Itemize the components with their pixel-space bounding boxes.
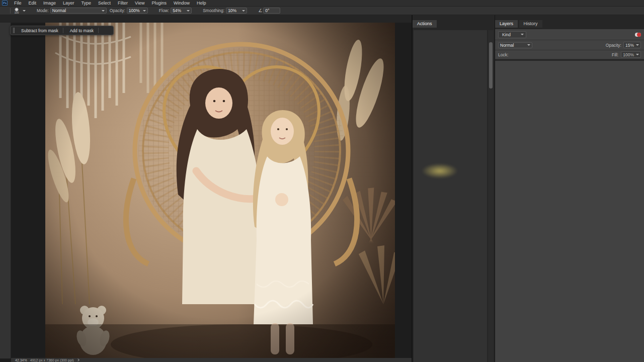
chevron-down-icon (521, 34, 524, 35)
smoothing-value: 10% (228, 8, 236, 13)
actions-panel: Actions (412, 15, 495, 362)
actions-scrollbar[interactable] (488, 30, 494, 362)
tools-panel (0, 23, 11, 358)
status-bar: 42.34% 4912 px x 7360 px (300 ppi) (11, 358, 412, 362)
airbrush-icon[interactable] (192, 7, 200, 15)
menu-plugins[interactable]: Plugins (148, 0, 170, 7)
canvas-photo (45, 23, 395, 358)
menu-bar: Ps FileEditImageLayerTypeSelectFilterVie… (0, 0, 644, 7)
opacity-value: 100% (129, 8, 140, 13)
flow-value: 54% (173, 8, 181, 13)
menu-layer[interactable]: Layer (59, 0, 78, 7)
drag-handle[interactable] (13, 28, 15, 33)
layer-fill-value[interactable]: 100% (621, 51, 641, 58)
layer-opacity-label: Opacity: (606, 43, 621, 48)
tab-actions[interactable]: Actions (413, 20, 437, 28)
fill-percent: 100% (623, 52, 634, 57)
menu-window[interactable]: Window (170, 0, 193, 7)
pressure-size-icon[interactable] (280, 7, 288, 15)
tab-layers[interactable]: Layers (495, 20, 518, 28)
chevron-down-icon (636, 54, 639, 55)
layer-blend-row: Normal Opacity: 15% (495, 40, 644, 50)
pressure-opacity-icon[interactable] (148, 7, 156, 15)
lock-label: Lock: (498, 52, 508, 57)
divider (63, 28, 63, 33)
home-icon[interactable] (0, 7, 8, 15)
photoshop-window: Ps FileEditImageLayerTypeSelectFilterVie… (0, 0, 644, 362)
menu-edit[interactable]: Edit (25, 0, 40, 7)
photoshop-logo-icon: Ps (2, 1, 8, 6)
menu-view[interactable]: View (131, 0, 148, 7)
contextual-task-bar: Subtract from mask Add to mask (10, 26, 114, 35)
layer-blend-mode-select[interactable]: Normal (498, 42, 532, 48)
menu-image[interactable]: Image (40, 0, 59, 7)
flow-label: Flow: (159, 8, 169, 13)
menu-type[interactable]: Type (78, 0, 95, 7)
chevron-down-icon (143, 10, 146, 12)
subtract-from-mask-label: Subtract from mask (21, 28, 58, 33)
angle-value: 0° (265, 8, 269, 13)
layer-blend-value: Normal (500, 43, 514, 48)
zoom-level[interactable]: 42.34% (15, 358, 27, 362)
opacity-select[interactable]: 100% (127, 8, 148, 14)
menu-select[interactable]: Select (95, 0, 114, 7)
brush-angle-icon: ∠ (258, 8, 262, 13)
menu-filter[interactable]: Filter (114, 0, 131, 7)
actions-list (414, 30, 487, 362)
menu-help[interactable]: Help (193, 0, 210, 7)
actions-panel-header: Actions (413, 15, 495, 29)
tab-history[interactable]: History (519, 20, 542, 28)
smoothing-select[interactable]: 10% (226, 8, 247, 14)
tool-options-bar: 100 Mode: Normal Opacity: 100% Flow: 54%… (0, 7, 644, 15)
layer-filter-row: Kind (495, 29, 644, 40)
mode-label: Mode: (37, 8, 49, 13)
filter-kind-select[interactable]: Kind (498, 31, 526, 38)
opacity-label: Opacity: (110, 8, 125, 13)
subtract-from-mask-button[interactable]: Subtract from mask (18, 28, 60, 33)
add-to-mask-button[interactable]: Add to mask (66, 28, 95, 33)
document-tab-bar (0, 15, 412, 23)
photo-illustration (45, 23, 395, 358)
layer-opacity-value[interactable]: 15% (623, 42, 641, 48)
chevron-down-icon (102, 10, 105, 12)
menu-file[interactable]: File (11, 0, 25, 7)
chevron-down-icon (527, 44, 530, 46)
kind-value: Kind (502, 32, 511, 37)
brush-preview-icon[interactable]: 100 (13, 8, 21, 14)
blend-mode-value: Normal (52, 8, 66, 13)
opacity-percent: 15% (625, 43, 634, 48)
fill-label: Fill: (612, 52, 618, 57)
canvas-area[interactable] (11, 23, 412, 358)
smoothing-label: Smoothing: (203, 8, 224, 13)
divider (10, 8, 11, 14)
chevron-down-icon (187, 10, 190, 12)
scrollbar-thumb[interactable] (489, 42, 493, 88)
layers-panel-header: Layers History (495, 15, 644, 29)
angle-field[interactable]: 0° (263, 8, 280, 14)
menu-items: FileEditImageLayerTypeSelectFilterViewPl… (11, 0, 210, 7)
blend-mode-select[interactable]: Normal (50, 8, 107, 14)
symmetry-icon[interactable] (288, 7, 296, 15)
add-to-mask-label: Add to mask (70, 28, 94, 33)
layer-lock-row: Lock: Fill: 100% (495, 50, 644, 59)
brush-settings-panel-icon[interactable] (26, 7, 34, 15)
layers-list (495, 61, 644, 362)
layers-panel: Layers History Kind Normal Opacity: 15% (495, 15, 644, 362)
status-chevron-icon[interactable] (76, 358, 79, 361)
document-info: 4912 px x 7360 px (300 ppi) (30, 358, 74, 362)
chevron-down-icon (636, 44, 639, 46)
brush-size-value: 100 (14, 12, 19, 14)
filter-toggle-icon[interactable] (635, 33, 641, 37)
flow-select[interactable]: 54% (171, 8, 192, 14)
divider (98, 28, 99, 33)
gear-icon[interactable] (247, 7, 255, 15)
chevron-down-icon (242, 10, 245, 12)
